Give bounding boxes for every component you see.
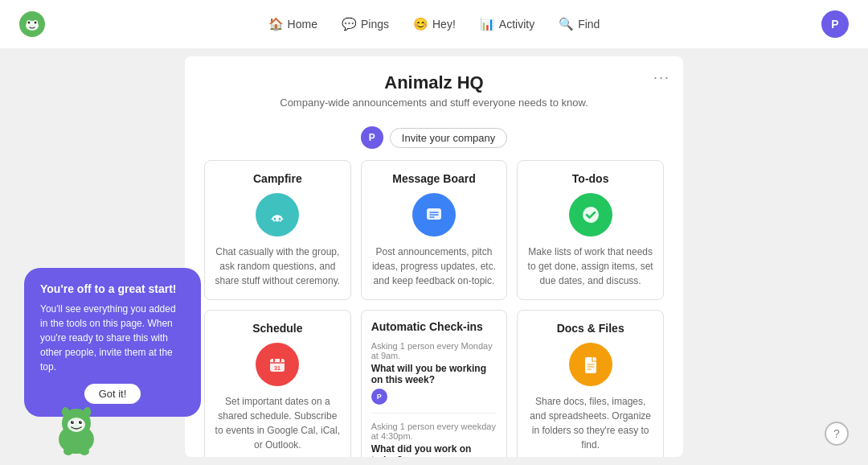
docs-icon (569, 343, 612, 386)
checkin-meta-1: Asking 1 person every Monday at 9am. (371, 341, 497, 360)
svg-point-30 (72, 422, 73, 422)
page-subtitle: Company-wide announcements and stuff eve… (204, 97, 664, 109)
tools-grid: Campfire Chat casually with the group, a… (204, 160, 664, 457)
message-board-icon-wrap (371, 193, 497, 237)
svg-point-7 (274, 218, 276, 220)
find-icon: 🔍 (559, 17, 574, 31)
message-board-desc: Post announcements, pitch ideas, progres… (371, 245, 497, 288)
todos-icon-wrap (527, 193, 653, 237)
campfire-card[interactable]: Campfire Chat casually with the group, a… (204, 160, 351, 300)
nav-activity[interactable]: 📊 Activity (470, 12, 544, 36)
checkin-item-1: Asking 1 person every Monday at 9am. Wha… (371, 341, 497, 414)
schedule-card[interactable]: Schedule 31 Set important dates on a sha… (204, 310, 351, 457)
nav-pings[interactable]: 💬 Pings (332, 12, 399, 36)
checkin-question-2: What did you work on today? (371, 443, 497, 457)
campfire-icon-wrap (215, 193, 341, 237)
nav-pings-label: Pings (361, 18, 389, 31)
svg-point-31 (80, 422, 81, 422)
docs-icon-wrap (527, 343, 653, 386)
svg-text:31: 31 (274, 365, 280, 371)
svg-point-25 (68, 418, 85, 432)
nav-home-label: Home (288, 18, 317, 31)
topbar: 🏠 Home 💬 Pings 😊 Hey! 📊 Activity 🔍 Find … (0, 0, 868, 48)
user-avatar[interactable]: P (821, 10, 849, 38)
nav-home[interactable]: 🏠 Home (259, 12, 327, 36)
message-board-card[interactable]: Message Board Post announcements, pitch … (361, 160, 508, 300)
invite-company-button[interactable]: Invite your company (390, 128, 507, 148)
message-board-icon (412, 193, 456, 237)
activity-icon: 📊 (480, 17, 495, 31)
schedule-title: Schedule (215, 322, 341, 335)
checkins-title: Automatic Check-ins (371, 320, 497, 333)
svg-point-5 (35, 22, 37, 24)
docs-title: Docs & Files (527, 322, 653, 335)
schedule-desc: Set important dates on a shared schedule… (215, 394, 341, 452)
nav-hey-label: Hey! (432, 18, 456, 31)
user-avatar-small: P (361, 126, 383, 149)
tooltip-body: You'll see everything you added in the t… (40, 302, 185, 374)
svg-point-8 (279, 218, 281, 220)
schedule-icon-wrap: 31 (215, 343, 341, 386)
campfire-icon (256, 193, 299, 237)
todos-title: To-dos (527, 172, 653, 185)
checkin-item-2: Asking 1 person every weekday at 4:30pm.… (371, 422, 497, 457)
main-content: ··· Animalz HQ Company-wide announcement… (0, 48, 868, 465)
hey-icon: 😊 (413, 17, 428, 31)
checkin-meta-2: Asking 1 person every weekday at 4:30pm. (371, 422, 497, 441)
svg-point-35 (80, 447, 89, 455)
avatar-initial: P (831, 18, 838, 31)
app-logo[interactable] (19, 11, 45, 37)
campfire-title: Campfire (215, 172, 341, 185)
nav-activity-label: Activity (499, 18, 534, 31)
more-options-button[interactable]: ··· (653, 69, 670, 86)
home-icon: 🏠 (268, 17, 284, 31)
invite-row: P Invite your company (204, 126, 664, 149)
nav-find-label: Find (578, 18, 600, 31)
svg-point-28 (71, 421, 74, 424)
mascot (48, 401, 104, 457)
todos-desc: Make lists of work that needs to get don… (527, 245, 653, 288)
docs-card[interactable]: Docs & Files Share docs, files, imag (517, 310, 664, 457)
checkin-question-1: What will you be working on this week? (371, 363, 497, 385)
campfire-desc: Chat casually with the group, ask random… (215, 245, 341, 288)
page-header: Animalz HQ Company-wide announcements an… (204, 72, 664, 118)
nav-hey[interactable]: 😊 Hey! (403, 12, 465, 36)
checkins-card[interactable]: Automatic Check-ins Asking 1 person ever… (361, 310, 508, 457)
page-card: ··· Animalz HQ Company-wide announcement… (185, 56, 683, 457)
tooltip-title: You're off to a great start! (40, 282, 185, 295)
nav-find[interactable]: 🔍 Find (549, 12, 609, 36)
message-board-title: Message Board (371, 172, 497, 185)
svg-point-34 (63, 447, 73, 455)
svg-point-4 (28, 22, 31, 24)
todos-card[interactable]: To-dos Make lists of work that needs to … (517, 160, 664, 300)
help-button[interactable]: ? (825, 422, 849, 446)
svg-point-13 (583, 207, 599, 223)
page-title: Animalz HQ (204, 72, 664, 93)
main-nav: 🏠 Home 💬 Pings 😊 Hey! 📊 Activity 🔍 Find (259, 12, 610, 36)
tooltip-bubble: You're off to a great start! You'll see … (24, 268, 201, 417)
docs-desc: Share docs, files, images, and spreadshe… (527, 394, 653, 452)
svg-rect-9 (427, 208, 441, 220)
help-label: ? (833, 427, 840, 440)
pings-icon: 💬 (342, 17, 357, 31)
todos-icon (569, 193, 612, 237)
checkin-avatar-1: P (371, 389, 387, 405)
svg-point-29 (79, 421, 82, 424)
schedule-icon: 31 (256, 343, 299, 386)
